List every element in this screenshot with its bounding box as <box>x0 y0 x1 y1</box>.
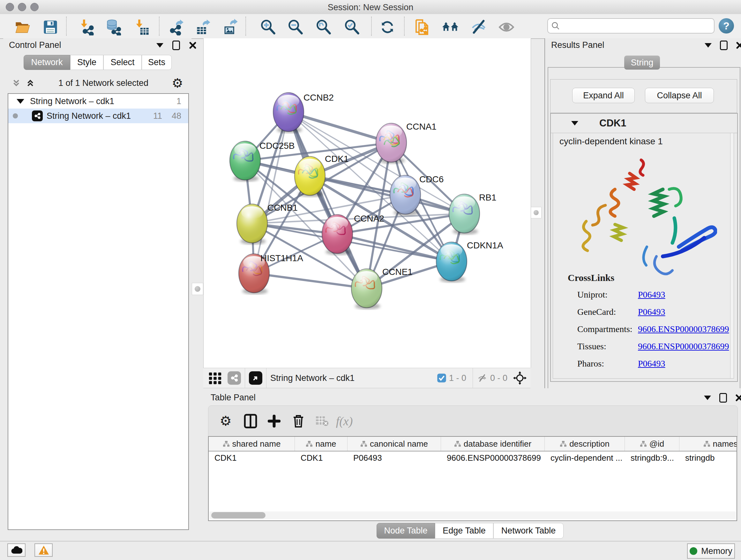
collapse-triangle-icon[interactable] <box>17 99 24 104</box>
table-cell[interactable]: stringdb:9... <box>625 451 679 464</box>
tab-sets[interactable]: Sets <box>142 55 172 70</box>
export-table-icon[interactable] <box>195 18 212 36</box>
show-columns-icon[interactable] <box>242 413 259 429</box>
network-edge-CCNB2-CCNA1[interactable] <box>288 112 391 143</box>
refresh-icon[interactable] <box>379 18 396 36</box>
tab-select[interactable]: Select <box>104 55 142 70</box>
network-node-CCNB2[interactable] <box>273 92 304 133</box>
export-network-icon[interactable] <box>167 18 185 36</box>
import-network-from-database-icon[interactable] <box>105 18 122 36</box>
network-type-icon <box>32 111 43 121</box>
close-panel-icon[interactable] <box>735 394 741 401</box>
network-node-RB1[interactable] <box>449 194 480 235</box>
network-edge-CCNB2-HIST1H1A[interactable] <box>254 112 288 273</box>
zoom-in-icon[interactable] <box>259 18 277 36</box>
gene-card-header[interactable]: CDK1 <box>551 114 737 133</box>
left-splitter-handle[interactable] <box>192 283 203 295</box>
crosslink-link[interactable]: P06493 <box>638 359 665 369</box>
zoom-fit-icon[interactable] <box>315 18 332 36</box>
table-settings-gear-icon[interactable]: ⚙ <box>217 413 234 429</box>
crosslink-link[interactable]: P06493 <box>638 290 665 300</box>
first-neighbors-icon[interactable] <box>442 18 459 36</box>
network-options-gear-icon[interactable]: ⚙ <box>172 77 183 89</box>
network-node-CDKN1A[interactable] <box>436 242 467 283</box>
save-session-icon[interactable] <box>42 18 59 36</box>
right-splitter-handle[interactable] <box>531 207 542 219</box>
crosslink-label: GeneCard: <box>577 307 638 317</box>
toolbar-separator <box>66 17 67 36</box>
expand-all-icon[interactable] <box>25 78 35 88</box>
memory-button[interactable]: Memory <box>687 543 735 559</box>
panel-menu-icon[interactable] <box>704 395 711 400</box>
network-node-CCNA1[interactable] <box>376 123 407 164</box>
table-cell[interactable]: CDK1 <box>209 451 295 464</box>
table-cell[interactable]: stringdb <box>679 451 737 464</box>
fit-selected-crosshair-icon[interactable] <box>513 371 527 385</box>
network-row[interactable]: String Network – cdk1 11 48 <box>8 109 188 123</box>
selected-checkbox-icon[interactable] <box>437 373 447 383</box>
scrollbar-thumb[interactable] <box>211 512 266 518</box>
help-icon: ? <box>723 21 730 31</box>
network-canvas[interactable]: CCNB2CCNA1CDC25BCDK1CDC6RB1CCNB1CCNA2CDK… <box>203 38 531 368</box>
column-header-namespac[interactable]: namespac <box>679 437 737 451</box>
float-panel-icon[interactable] <box>719 393 727 402</box>
network-collection-row[interactable]: String Network – cdk1 1 <box>8 94 188 109</box>
node-label-CDKN1A: CDKN1A <box>467 240 503 250</box>
open-session-icon[interactable] <box>14 18 31 36</box>
column-header-shared-name[interactable]: shared name <box>209 437 295 451</box>
export-image-icon[interactable] <box>222 18 239 36</box>
crosslink-link[interactable]: 9606.ENSP00000378699 <box>638 324 729 334</box>
network-node-CCNB1[interactable] <box>237 204 267 245</box>
import-network-from-file-icon[interactable] <box>78 18 95 36</box>
crosslink-link[interactable]: P06493 <box>638 307 665 317</box>
float-panel-icon[interactable] <box>172 41 180 50</box>
network-share-icon[interactable] <box>227 371 241 385</box>
node-label-HIST1H1A: HIST1H1A <box>260 253 303 263</box>
close-panel-icon[interactable] <box>189 42 197 49</box>
zoom-selected-icon[interactable] <box>343 18 360 36</box>
help-button[interactable]: ? <box>719 18 734 34</box>
expand-all-button[interactable]: Expand All <box>572 88 635 103</box>
zoom-out-icon[interactable] <box>287 18 304 36</box>
table-horizontal-scrollbar[interactable] <box>209 511 736 519</box>
collapse-gene-icon[interactable] <box>571 121 578 125</box>
table-row[interactable]: CDK1CDK1P064939606.ENSP00000378699cyclin… <box>209 451 737 464</box>
tab-node-table[interactable]: Node Table <box>377 523 435 539</box>
import-table-from-file-icon[interactable] <box>133 18 150 36</box>
results-scrollbar[interactable] <box>730 133 734 378</box>
table-cell[interactable]: 9606.ENSP00000378699 <box>441 451 545 464</box>
show-all-icon[interactable] <box>498 18 515 36</box>
tab-edge-table[interactable]: Edge Table <box>435 523 493 539</box>
network-node-CDC25B[interactable] <box>230 141 260 182</box>
column-header-canonical-name[interactable]: canonical name <box>347 437 441 451</box>
clone-network-icon[interactable] <box>413 18 430 36</box>
close-panel-icon[interactable] <box>736 42 741 49</box>
collapse-all-button[interactable]: Collapse All <box>645 88 714 103</box>
crosslink-link[interactable]: 9606.ENSP00000378699 <box>638 341 729 352</box>
cloud-status-button[interactable] <box>7 543 25 557</box>
tab-network-table[interactable]: Network Table <box>493 523 563 539</box>
column-header-description[interactable]: description <box>545 437 625 451</box>
table-cell[interactable]: CDK1 <box>295 451 347 464</box>
grid-view-icon[interactable] <box>208 371 222 385</box>
network-node-CCNE1[interactable] <box>351 269 382 309</box>
warnings-button[interactable] <box>35 543 53 557</box>
panel-menu-icon[interactable] <box>156 43 163 48</box>
collapse-all-icon[interactable] <box>11 78 21 88</box>
delete-column-icon[interactable] <box>290 413 307 429</box>
search-input[interactable] <box>562 21 711 31</box>
table-cell[interactable]: P06493 <box>347 451 441 464</box>
panel-menu-icon[interactable] <box>704 43 712 48</box>
table-cell[interactable]: cyclin-dependent ... <box>545 451 625 464</box>
float-panel-icon[interactable] <box>720 41 728 50</box>
network-edge-HIST1H1A-CCNE1[interactable] <box>254 273 367 288</box>
tab-string[interactable]: String <box>624 56 660 70</box>
column-header-name[interactable]: name <box>295 437 347 451</box>
tab-style[interactable]: Style <box>70 55 104 70</box>
detach-view-icon[interactable] <box>249 371 262 385</box>
column-header-database-identifier[interactable]: database identifier <box>441 437 545 451</box>
create-column-icon[interactable] <box>266 413 282 429</box>
column-header--id[interactable]: @id <box>625 437 679 451</box>
hide-selected-icon[interactable] <box>470 18 487 36</box>
tab-network[interactable]: Network <box>23 55 70 70</box>
